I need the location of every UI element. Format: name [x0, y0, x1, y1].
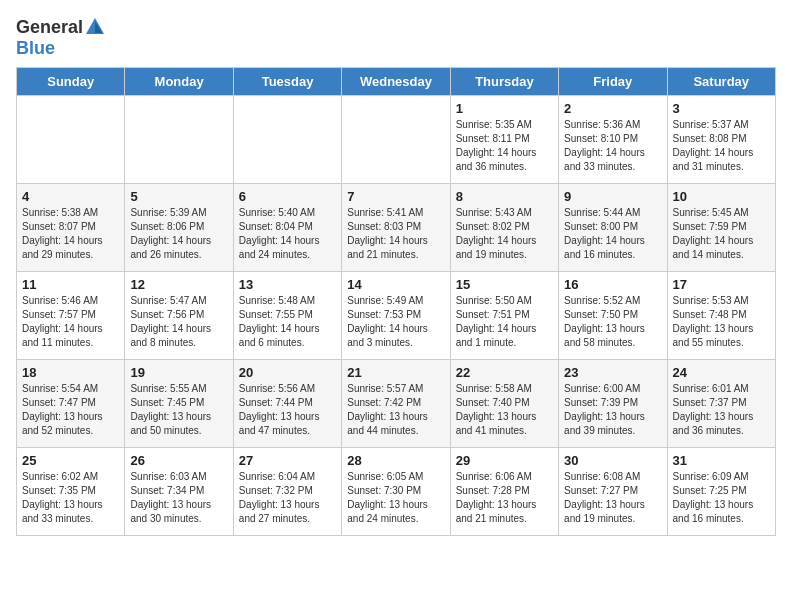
- calendar-day-27: 27Sunrise: 6:04 AMSunset: 7:32 PMDayligh…: [233, 448, 341, 536]
- empty-cell: [233, 96, 341, 184]
- calendar-day-4: 4Sunrise: 5:38 AMSunset: 8:07 PMDaylight…: [17, 184, 125, 272]
- empty-cell: [125, 96, 233, 184]
- day-info: Sunrise: 5:56 AMSunset: 7:44 PMDaylight:…: [239, 382, 336, 438]
- logo: General Blue: [16, 16, 107, 59]
- calendar-day-10: 10Sunrise: 5:45 AMSunset: 7:59 PMDayligh…: [667, 184, 775, 272]
- day-info: Sunrise: 5:50 AMSunset: 7:51 PMDaylight:…: [456, 294, 553, 350]
- day-info: Sunrise: 6:06 AMSunset: 7:28 PMDaylight:…: [456, 470, 553, 526]
- weekday-header-row: SundayMondayTuesdayWednesdayThursdayFrid…: [17, 68, 776, 96]
- calendar-day-6: 6Sunrise: 5:40 AMSunset: 8:04 PMDaylight…: [233, 184, 341, 272]
- day-number: 1: [456, 101, 553, 116]
- calendar-day-1: 1Sunrise: 5:35 AMSunset: 8:11 PMDaylight…: [450, 96, 558, 184]
- day-number: 17: [673, 277, 770, 292]
- calendar-day-21: 21Sunrise: 5:57 AMSunset: 7:42 PMDayligh…: [342, 360, 450, 448]
- calendar-day-13: 13Sunrise: 5:48 AMSunset: 7:55 PMDayligh…: [233, 272, 341, 360]
- weekday-header-sunday: Sunday: [17, 68, 125, 96]
- day-info: Sunrise: 6:09 AMSunset: 7:25 PMDaylight:…: [673, 470, 770, 526]
- day-number: 5: [130, 189, 227, 204]
- calendar-week-row: 18Sunrise: 5:54 AMSunset: 7:47 PMDayligh…: [17, 360, 776, 448]
- logo-icon: [84, 16, 106, 38]
- day-info: Sunrise: 5:52 AMSunset: 7:50 PMDaylight:…: [564, 294, 661, 350]
- empty-cell: [17, 96, 125, 184]
- calendar-table: SundayMondayTuesdayWednesdayThursdayFrid…: [16, 67, 776, 536]
- calendar-day-11: 11Sunrise: 5:46 AMSunset: 7:57 PMDayligh…: [17, 272, 125, 360]
- calendar-day-26: 26Sunrise: 6:03 AMSunset: 7:34 PMDayligh…: [125, 448, 233, 536]
- day-number: 9: [564, 189, 661, 204]
- calendar-day-17: 17Sunrise: 5:53 AMSunset: 7:48 PMDayligh…: [667, 272, 775, 360]
- day-number: 24: [673, 365, 770, 380]
- day-info: Sunrise: 5:45 AMSunset: 7:59 PMDaylight:…: [673, 206, 770, 262]
- weekday-header-monday: Monday: [125, 68, 233, 96]
- logo-blue: Blue: [16, 38, 55, 58]
- calendar-week-row: 25Sunrise: 6:02 AMSunset: 7:35 PMDayligh…: [17, 448, 776, 536]
- day-number: 18: [22, 365, 119, 380]
- day-number: 4: [22, 189, 119, 204]
- day-number: 31: [673, 453, 770, 468]
- calendar-day-22: 22Sunrise: 5:58 AMSunset: 7:40 PMDayligh…: [450, 360, 558, 448]
- calendar-day-9: 9Sunrise: 5:44 AMSunset: 8:00 PMDaylight…: [559, 184, 667, 272]
- day-info: Sunrise: 5:55 AMSunset: 7:45 PMDaylight:…: [130, 382, 227, 438]
- day-info: Sunrise: 5:43 AMSunset: 8:02 PMDaylight:…: [456, 206, 553, 262]
- day-info: Sunrise: 5:39 AMSunset: 8:06 PMDaylight:…: [130, 206, 227, 262]
- day-number: 13: [239, 277, 336, 292]
- day-info: Sunrise: 6:01 AMSunset: 7:37 PMDaylight:…: [673, 382, 770, 438]
- calendar-day-19: 19Sunrise: 5:55 AMSunset: 7:45 PMDayligh…: [125, 360, 233, 448]
- day-info: Sunrise: 5:53 AMSunset: 7:48 PMDaylight:…: [673, 294, 770, 350]
- weekday-header-wednesday: Wednesday: [342, 68, 450, 96]
- day-number: 8: [456, 189, 553, 204]
- calendar-day-2: 2Sunrise: 5:36 AMSunset: 8:10 PMDaylight…: [559, 96, 667, 184]
- day-info: Sunrise: 5:47 AMSunset: 7:56 PMDaylight:…: [130, 294, 227, 350]
- weekday-header-friday: Friday: [559, 68, 667, 96]
- day-info: Sunrise: 5:58 AMSunset: 7:40 PMDaylight:…: [456, 382, 553, 438]
- day-info: Sunrise: 6:05 AMSunset: 7:30 PMDaylight:…: [347, 470, 444, 526]
- calendar-day-28: 28Sunrise: 6:05 AMSunset: 7:30 PMDayligh…: [342, 448, 450, 536]
- weekday-header-tuesday: Tuesday: [233, 68, 341, 96]
- calendar-day-12: 12Sunrise: 5:47 AMSunset: 7:56 PMDayligh…: [125, 272, 233, 360]
- day-number: 26: [130, 453, 227, 468]
- weekday-header-saturday: Saturday: [667, 68, 775, 96]
- day-info: Sunrise: 6:00 AMSunset: 7:39 PMDaylight:…: [564, 382, 661, 438]
- day-number: 27: [239, 453, 336, 468]
- empty-cell: [342, 96, 450, 184]
- day-info: Sunrise: 5:46 AMSunset: 7:57 PMDaylight:…: [22, 294, 119, 350]
- day-info: Sunrise: 5:40 AMSunset: 8:04 PMDaylight:…: [239, 206, 336, 262]
- day-number: 3: [673, 101, 770, 116]
- calendar-day-20: 20Sunrise: 5:56 AMSunset: 7:44 PMDayligh…: [233, 360, 341, 448]
- calendar-day-3: 3Sunrise: 5:37 AMSunset: 8:08 PMDaylight…: [667, 96, 775, 184]
- day-number: 19: [130, 365, 227, 380]
- day-number: 22: [456, 365, 553, 380]
- day-number: 11: [22, 277, 119, 292]
- day-number: 12: [130, 277, 227, 292]
- day-info: Sunrise: 5:38 AMSunset: 8:07 PMDaylight:…: [22, 206, 119, 262]
- calendar-day-29: 29Sunrise: 6:06 AMSunset: 7:28 PMDayligh…: [450, 448, 558, 536]
- day-number: 14: [347, 277, 444, 292]
- calendar-day-5: 5Sunrise: 5:39 AMSunset: 8:06 PMDaylight…: [125, 184, 233, 272]
- logo-general: General: [16, 17, 83, 38]
- day-number: 21: [347, 365, 444, 380]
- day-number: 28: [347, 453, 444, 468]
- day-info: Sunrise: 5:41 AMSunset: 8:03 PMDaylight:…: [347, 206, 444, 262]
- day-number: 25: [22, 453, 119, 468]
- calendar-day-24: 24Sunrise: 6:01 AMSunset: 7:37 PMDayligh…: [667, 360, 775, 448]
- calendar-week-row: 11Sunrise: 5:46 AMSunset: 7:57 PMDayligh…: [17, 272, 776, 360]
- calendar-day-30: 30Sunrise: 6:08 AMSunset: 7:27 PMDayligh…: [559, 448, 667, 536]
- day-number: 16: [564, 277, 661, 292]
- day-info: Sunrise: 5:35 AMSunset: 8:11 PMDaylight:…: [456, 118, 553, 174]
- day-number: 20: [239, 365, 336, 380]
- day-number: 15: [456, 277, 553, 292]
- day-info: Sunrise: 6:08 AMSunset: 7:27 PMDaylight:…: [564, 470, 661, 526]
- calendar-day-18: 18Sunrise: 5:54 AMSunset: 7:47 PMDayligh…: [17, 360, 125, 448]
- day-number: 7: [347, 189, 444, 204]
- day-info: Sunrise: 6:04 AMSunset: 7:32 PMDaylight:…: [239, 470, 336, 526]
- day-number: 10: [673, 189, 770, 204]
- calendar-day-7: 7Sunrise: 5:41 AMSunset: 8:03 PMDaylight…: [342, 184, 450, 272]
- day-info: Sunrise: 6:03 AMSunset: 7:34 PMDaylight:…: [130, 470, 227, 526]
- day-info: Sunrise: 5:54 AMSunset: 7:47 PMDaylight:…: [22, 382, 119, 438]
- day-number: 23: [564, 365, 661, 380]
- day-info: Sunrise: 5:44 AMSunset: 8:00 PMDaylight:…: [564, 206, 661, 262]
- day-number: 6: [239, 189, 336, 204]
- day-info: Sunrise: 5:36 AMSunset: 8:10 PMDaylight:…: [564, 118, 661, 174]
- day-info: Sunrise: 6:02 AMSunset: 7:35 PMDaylight:…: [22, 470, 119, 526]
- calendar-day-25: 25Sunrise: 6:02 AMSunset: 7:35 PMDayligh…: [17, 448, 125, 536]
- day-info: Sunrise: 5:57 AMSunset: 7:42 PMDaylight:…: [347, 382, 444, 438]
